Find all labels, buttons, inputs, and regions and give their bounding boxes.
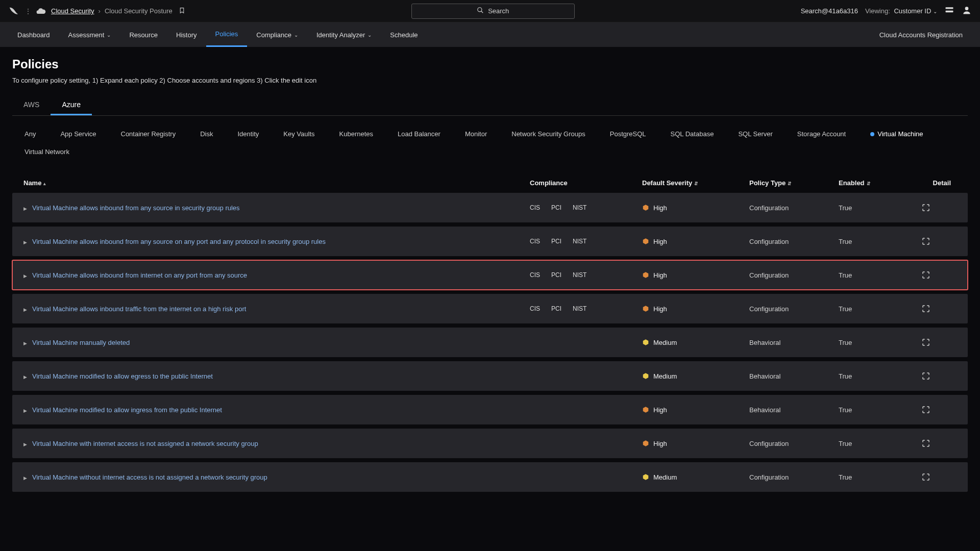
severity-hex-icon [642,271,649,279]
nav-item-assessment[interactable]: Assessment⌄ [59,22,120,47]
fullscreen-icon[interactable] [920,438,932,449]
filter-identity[interactable]: Identity [225,125,271,143]
policy-name-link[interactable]: Virtual Machine without internet access … [32,473,267,481]
nav-item-resource[interactable]: Resource [120,22,167,47]
sort-icon: ⇵ [694,181,698,186]
filter-storage-account[interactable]: Storage Account [785,125,858,143]
cell-enabled: True [839,238,920,245]
fullscreen-icon[interactable] [920,337,932,348]
cell-enabled: True [839,473,920,481]
filter-load-balancer[interactable]: Load Balancer [385,125,453,143]
filter-container-registry[interactable]: Container Registry [109,125,188,143]
user-icon[interactable] [962,5,972,17]
filter-any[interactable]: Any [12,125,48,143]
chevron-down-icon[interactable]: ⌄ [933,9,937,14]
expand-row-icon[interactable]: ▶ [23,374,27,380]
policy-name-link[interactable]: Virtual Machine allows inbound from any … [32,238,326,245]
nav-item-dashboard[interactable]: Dashboard [8,22,59,47]
table-row[interactable]: ▶Virtual Machine manually deletedMediumB… [12,328,968,357]
filter-app-service[interactable]: App Service [48,125,108,143]
filter-postgresql[interactable]: PostgreSQL [598,125,658,143]
search-icon [477,7,484,15]
nav-item-schedule[interactable]: Schedule [381,22,427,47]
svg-marker-12 [643,474,649,480]
tab-aws[interactable]: AWS [12,95,51,115]
cell-severity: High [642,305,749,313]
filter-label: Key Vaults [283,130,314,138]
table-row[interactable]: ▶Virtual Machine without internet access… [12,462,968,492]
cell-compliance: CISPCINIST [530,204,642,211]
filter-virtual-machine[interactable]: Virtual Machine [858,125,935,143]
cell-severity: High [642,271,749,279]
col-header-policy-type[interactable]: Policy Type⇵ [749,179,839,187]
severity-text: Medium [653,339,677,346]
table-row[interactable]: ▶Virtual Machine modified to allow ingre… [12,395,968,424]
policy-name-link[interactable]: Virtual Machine modified to allow egress… [32,372,213,380]
viewing-value[interactable]: Customer ID [894,7,931,15]
col-header-enabled[interactable]: Enabled⇵ [839,179,920,187]
col-header-compliance[interactable]: Compliance [530,179,642,187]
expand-row-icon[interactable]: ▶ [23,206,27,211]
expand-row-icon[interactable]: ▶ [23,240,27,245]
fullscreen-icon[interactable] [920,370,932,382]
fullscreen-icon[interactable] [920,471,932,483]
breadcrumb-root[interactable]: Cloud Security [51,7,94,15]
expand-row-icon[interactable]: ▶ [23,475,27,481]
table-row[interactable]: ▶Virtual Machine allows inbound traffic … [12,294,968,323]
policy-name-link[interactable]: Virtual Machine with internet access is … [32,440,258,447]
expand-row-icon[interactable]: ▶ [23,442,27,447]
policy-name-link[interactable]: Virtual Machine allows inbound from inte… [32,271,247,279]
nav-item-history[interactable]: History [167,22,206,47]
cell-detail [920,438,951,449]
page-subtitle: To configure policy setting, 1) Expand e… [12,77,968,84]
policy-name-link[interactable]: Virtual Machine allows inbound from any … [32,204,240,212]
filter-kubernetes[interactable]: Kubernetes [327,125,386,143]
fullscreen-icon[interactable] [920,303,932,314]
severity-hex-icon [642,372,649,380]
bookmark-icon[interactable] [179,7,185,15]
table-row[interactable]: ▶Virtual Machine modified to allow egres… [12,361,968,391]
tab-azure[interactable]: Azure [51,95,92,115]
fullscreen-icon[interactable] [920,269,932,281]
cell-name: ▶Virtual Machine modified to allow ingre… [19,406,530,414]
cell-policy-type: Behavioral [749,372,839,380]
table-row[interactable]: ▶Virtual Machine allows inbound from any… [12,193,968,222]
filter-sql-database[interactable]: SQL Database [658,125,726,143]
compliance-badge: CIS [530,238,540,245]
expand-row-icon[interactable]: ▶ [23,273,27,279]
nav-item-policies[interactable]: Policies [206,22,248,47]
nav-item-identity-analyzer[interactable]: Identity Analyzer⌄ [307,22,381,47]
col-header-severity[interactable]: Default Severity⇵ [642,179,749,187]
filter-label: App Service [60,130,96,138]
breadcrumb: Cloud Security › Cloud Security Posture [51,7,185,15]
cell-name: ▶Virtual Machine manually deleted [19,339,530,346]
filter-disk[interactable]: Disk [188,125,225,143]
global-search[interactable]: Search [411,4,575,19]
messages-icon[interactable] [944,5,954,17]
nav-cloud-accounts-registration[interactable]: Cloud Accounts Registration [870,22,972,47]
policy-name-link[interactable]: Virtual Machine allows inbound traffic f… [32,305,246,313]
policy-name-link[interactable]: Virtual Machine manually deleted [32,339,130,346]
col-header-name[interactable]: Name▴ [19,179,530,187]
svg-marker-7 [643,306,649,312]
expand-row-icon[interactable]: ▶ [23,341,27,346]
filter-label: Container Registry [121,130,176,138]
nav-item-compliance[interactable]: Compliance⌄ [247,22,307,47]
filter-key-vaults[interactable]: Key Vaults [271,125,327,143]
expand-row-icon[interactable]: ▶ [23,408,27,413]
filter-label: SQL Database [671,130,714,138]
policy-name-link[interactable]: Virtual Machine modified to allow ingres… [32,406,222,414]
expand-row-icon[interactable]: ▶ [23,307,27,312]
table-row[interactable]: ▶Virtual Machine allows inbound from int… [12,260,968,290]
filter-monitor[interactable]: Monitor [453,125,499,143]
filter-virtual-network[interactable]: Virtual Network [12,143,82,161]
fullscreen-icon[interactable] [920,404,932,415]
table-row[interactable]: ▶Virtual Machine allows inbound from any… [12,227,968,256]
table-row[interactable]: ▶Virtual Machine with internet access is… [12,429,968,458]
cell-enabled: True [839,305,920,313]
filter-network-security-groups[interactable]: Network Security Groups [499,125,598,143]
falcon-logo-icon[interactable] [8,6,19,17]
fullscreen-icon[interactable] [920,202,932,213]
fullscreen-icon[interactable] [920,236,932,247]
filter-sql-server[interactable]: SQL Server [726,125,785,143]
